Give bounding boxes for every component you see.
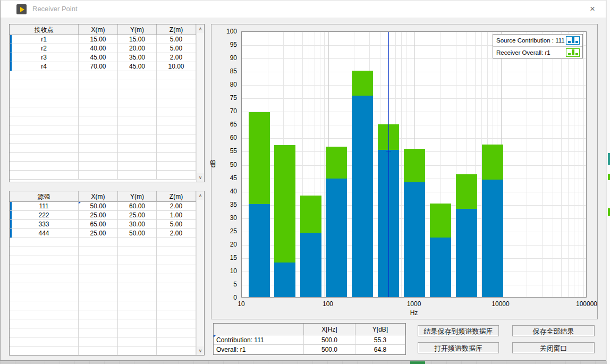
table-cell[interactable] bbox=[10, 238, 79, 247]
table-row[interactable]: r240.0020.005.00 bbox=[10, 44, 196, 53]
table-row[interactable] bbox=[10, 265, 196, 274]
table-cell[interactable] bbox=[157, 153, 196, 162]
table-cell[interactable] bbox=[79, 89, 118, 98]
table-cell[interactable] bbox=[10, 301, 79, 310]
table-cell[interactable] bbox=[10, 153, 79, 162]
table-cell[interactable] bbox=[157, 247, 196, 256]
table-cell[interactable] bbox=[118, 283, 157, 292]
table-cell[interactable] bbox=[10, 247, 79, 256]
table-cell[interactable]: 15.00 bbox=[79, 35, 118, 44]
table-row[interactable] bbox=[10, 301, 196, 310]
table-cell[interactable] bbox=[118, 346, 157, 355]
table-cell[interactable]: r1 bbox=[10, 35, 79, 44]
table-cell[interactable] bbox=[10, 337, 79, 346]
table-cell[interactable] bbox=[79, 346, 118, 355]
table-cell[interactable]: 500.0 bbox=[304, 345, 355, 354]
table-cell[interactable] bbox=[79, 265, 118, 274]
table-cell[interactable] bbox=[157, 301, 196, 310]
table-cell[interactable] bbox=[157, 171, 196, 180]
column-header[interactable]: Z(m) bbox=[157, 191, 196, 202]
receiver-table-scrollbar[interactable]: ∧ ∨ bbox=[196, 24, 204, 182]
table-cell[interactable] bbox=[10, 274, 79, 283]
table-cell[interactable] bbox=[79, 107, 118, 116]
column-header[interactable]: X(m) bbox=[79, 191, 118, 202]
table-cell[interactable] bbox=[157, 265, 196, 274]
table-cell[interactable] bbox=[118, 98, 157, 107]
column-header[interactable]: Y(m) bbox=[118, 24, 157, 35]
table-cell[interactable]: 64.8 bbox=[355, 345, 405, 354]
close-icon[interactable]: × bbox=[586, 3, 599, 15]
table-row[interactable]: r115.0015.005.00 bbox=[10, 35, 196, 44]
table-cell[interactable] bbox=[10, 107, 79, 116]
table-row[interactable] bbox=[10, 162, 196, 171]
column-header[interactable]: X(m) bbox=[79, 24, 118, 35]
table-cell[interactable] bbox=[118, 171, 157, 180]
table-cell[interactable]: 30.00 bbox=[118, 220, 157, 229]
table-cell[interactable]: 444 bbox=[10, 229, 79, 238]
table-cell[interactable] bbox=[10, 134, 79, 143]
table-cell[interactable] bbox=[157, 256, 196, 265]
table-cell[interactable] bbox=[157, 283, 196, 292]
table-cell[interactable] bbox=[118, 71, 157, 80]
table-cell[interactable] bbox=[79, 80, 118, 89]
table-cell[interactable] bbox=[10, 292, 79, 301]
table-cell[interactable] bbox=[118, 337, 157, 346]
table-cell[interactable] bbox=[118, 125, 157, 134]
table-cell[interactable] bbox=[10, 328, 79, 337]
column-header[interactable]: 接收点 bbox=[10, 24, 79, 35]
table-cell[interactable] bbox=[118, 274, 157, 283]
table-cell[interactable]: 333 bbox=[10, 220, 79, 229]
table-cell[interactable] bbox=[79, 125, 118, 134]
table-cell[interactable] bbox=[157, 143, 196, 153]
table-cell[interactable] bbox=[157, 80, 196, 89]
scroll-down-icon[interactable]: ∨ bbox=[197, 346, 204, 355]
table-cell[interactable] bbox=[118, 89, 157, 98]
table-cell[interactable] bbox=[79, 301, 118, 310]
scroll-down-icon[interactable]: ∨ bbox=[197, 173, 204, 182]
table-row[interactable] bbox=[10, 134, 196, 143]
table-cell[interactable] bbox=[10, 162, 79, 171]
table-cell[interactable]: Contribution: 111 bbox=[214, 335, 304, 345]
table-cell[interactable] bbox=[157, 346, 196, 355]
table-row[interactable] bbox=[10, 80, 196, 89]
table-cell[interactable] bbox=[79, 247, 118, 256]
table-row[interactable] bbox=[10, 238, 196, 247]
save-all-results-button[interactable]: 保存全部结果 bbox=[512, 325, 595, 336]
table-cell[interactable] bbox=[79, 98, 118, 107]
table-cell[interactable] bbox=[157, 292, 196, 301]
table-cell[interactable]: 50.00 bbox=[79, 202, 118, 211]
table-row[interactable]: 33365.0030.005.00 bbox=[10, 220, 196, 229]
table-cell[interactable] bbox=[157, 134, 196, 143]
table-cell[interactable] bbox=[157, 310, 196, 319]
table-cell[interactable] bbox=[79, 256, 118, 265]
table-row[interactable] bbox=[10, 71, 196, 80]
table-row[interactable] bbox=[10, 247, 196, 256]
scroll-up-icon[interactable]: ∧ bbox=[197, 24, 204, 33]
source-table-scrollbar[interactable]: ∧ ∨ bbox=[196, 191, 204, 355]
table-cell[interactable] bbox=[10, 143, 79, 153]
table-cell[interactable] bbox=[10, 283, 79, 292]
table-cell[interactable]: 40.00 bbox=[79, 44, 118, 53]
table-cell[interactable] bbox=[79, 171, 118, 180]
column-header[interactable]: Y[dB] bbox=[355, 324, 405, 335]
table-cell[interactable] bbox=[118, 310, 157, 319]
table-cell[interactable] bbox=[118, 153, 157, 162]
table-cell[interactable] bbox=[10, 346, 79, 355]
table-row[interactable] bbox=[10, 116, 196, 125]
table-cell[interactable] bbox=[10, 256, 79, 265]
save-to-spectrum-db-button[interactable]: 结果保存到频谱数据库 bbox=[418, 325, 499, 336]
table-cell[interactable] bbox=[79, 274, 118, 283]
table-cell[interactable]: 25.00 bbox=[79, 229, 118, 238]
legend-entry-contribution[interactable]: Source Contribution : 111 bbox=[493, 35, 582, 46]
table-cell[interactable]: 20.00 bbox=[118, 44, 157, 53]
table-cell[interactable] bbox=[10, 125, 79, 134]
table-row[interactable] bbox=[10, 125, 196, 134]
table-cell[interactable] bbox=[118, 116, 157, 125]
table-row[interactable] bbox=[10, 143, 196, 153]
table-cell[interactable]: 5.00 bbox=[157, 44, 196, 53]
table-row[interactable] bbox=[10, 153, 196, 162]
table-row[interactable]: 11150.0060.002.00 bbox=[10, 202, 196, 211]
table-cell[interactable] bbox=[118, 107, 157, 116]
table-cell[interactable]: 25.00 bbox=[118, 211, 157, 220]
table-cell[interactable]: Overall: r1 bbox=[214, 345, 304, 354]
